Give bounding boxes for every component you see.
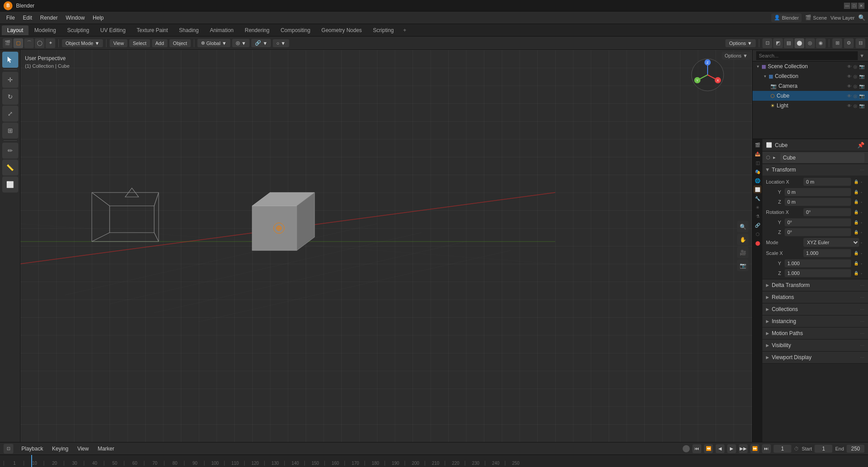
scale-tool[interactable]: ⤢ (2, 106, 18, 122)
playback-menu[interactable]: Playback (18, 444, 47, 453)
tab-compositing[interactable]: Compositing (275, 25, 316, 35)
view-layer-tab-icon[interactable]: ◫ (753, 159, 762, 167)
scene-icon-btn[interactable]: 🎬 (3, 38, 12, 48)
xray-toggle[interactable]: ▤ (784, 38, 794, 48)
close-button[interactable]: ✕ (858, 3, 864, 9)
tab-uv-editing[interactable]: UV Editing (95, 25, 131, 35)
location-z-value[interactable]: 0 m (785, 198, 851, 206)
proportional-edit[interactable]: ○ ▼ (273, 39, 289, 47)
scene-tab-icon[interactable]: 🎭 (753, 168, 762, 176)
scene-selector[interactable]: 🎬 Scene (805, 15, 827, 20)
object-mode-dropdown[interactable]: Object Mode ▼ (62, 39, 103, 47)
marker-menu[interactable]: Marker (94, 444, 118, 453)
instancing-header[interactable]: ▶ Instancing ⋯ (762, 315, 868, 327)
location-x-dot[interactable]: • (861, 180, 864, 184)
modifier-tab-icon[interactable]: 🔧 (753, 194, 762, 202)
rotation-y-dot[interactable]: • (861, 221, 864, 224)
menu-window[interactable]: Window (62, 13, 88, 22)
rotate-tool[interactable]: ↻ (2, 89, 18, 105)
tab-scripting[interactable]: Scripting (368, 25, 399, 35)
rotation-x-value[interactable]: 0° (803, 208, 851, 216)
search-button[interactable]: 🔍 (858, 14, 865, 21)
minimize-button[interactable]: — (844, 3, 850, 9)
light-render-icon[interactable]: 📷 (859, 103, 864, 108)
scale-y-dot[interactable]: • (861, 262, 864, 265)
rotation-x-dot[interactable]: • (861, 210, 864, 214)
viewport-3d[interactable]: User Perspective (1) Collection | Cube O… (20, 50, 752, 442)
record-indicator[interactable] (683, 445, 690, 452)
tab-layout[interactable]: Layout (2, 25, 29, 35)
tab-geometry-nodes[interactable]: Geometry Nodes (316, 25, 367, 35)
viewport-shading-solid[interactable]: ⬤ (794, 38, 804, 48)
rotation-y-value[interactable]: 0° (785, 218, 851, 226)
tab-texture-paint[interactable]: Texture Paint (131, 25, 173, 35)
world-tab-icon[interactable]: 🌐 (753, 176, 762, 184)
keying-menu[interactable]: Keying (49, 444, 72, 453)
rotation-z-dot[interactable]: • (861, 230, 864, 234)
gizmo-toggle[interactable]: ⊡ (762, 38, 772, 48)
view-menu[interactable]: View (110, 39, 127, 47)
tab-sculpting[interactable]: Sculpting (62, 25, 94, 35)
measure-tool[interactable]: 📏 (2, 160, 18, 176)
scene-render-icon[interactable]: 📷 (859, 64, 864, 69)
scale-x-dot[interactable]: • (861, 251, 864, 255)
scale-y-value[interactable]: 1.000 (785, 259, 851, 267)
cam-render-icon[interactable]: 📷 (859, 84, 864, 89)
tab-modeling[interactable]: Modeling (29, 25, 61, 35)
timeline-ruler[interactable]: 1 10 20 30 40 50 60 70 80 90 100 110 120… (0, 455, 868, 467)
view-menu-tl[interactable]: View (74, 444, 92, 453)
cam-select-icon[interactable]: ◎ (853, 84, 857, 89)
step-forward-btn[interactable]: ▶▶ (739, 444, 748, 453)
navigation-gizmo[interactable]: Z X Y (690, 57, 725, 93)
jump-start-btn[interactable]: ⏮ (692, 444, 701, 453)
scale-y-lock[interactable]: 🔒 (853, 260, 859, 266)
end-frame-display[interactable]: 250 (847, 445, 864, 453)
mode-dot[interactable]: • (861, 241, 864, 244)
menu-edit[interactable]: Edit (19, 13, 36, 22)
render-tab-icon[interactable]: 🎬 (753, 141, 762, 149)
viewport-shading-rendered[interactable]: ◉ (816, 38, 826, 48)
editor-type-icon[interactable]: ⊞ (832, 38, 842, 48)
tab-animation[interactable]: Animation (205, 25, 239, 35)
restore-button[interactable]: □ (851, 3, 857, 9)
move-tool[interactable]: ✛ (2, 72, 18, 88)
transform-orientation[interactable]: ⊕ Global ▼ (197, 39, 230, 47)
filter-icon[interactable]: ⊟ (856, 38, 865, 48)
select-box-icon[interactable]: ▢ (13, 38, 23, 48)
outliner-item-collection[interactable]: ▼ ▦ Collection 👁 ◎ 📷 (753, 71, 868, 81)
location-y-value[interactable]: 0 m (785, 188, 851, 196)
coll-eye-icon[interactable]: 👁 (847, 74, 852, 79)
select-tool[interactable] (2, 52, 18, 68)
menu-render[interactable]: Render (37, 13, 61, 22)
rotation-y-lock[interactable]: 🔒 (853, 219, 859, 225)
data-tab-icon[interactable]: ⬡ (753, 230, 762, 238)
visibility-header[interactable]: ▶ Visibility ⋯ (762, 340, 868, 351)
object-menu[interactable]: Object (169, 39, 191, 47)
outliner-item-camera[interactable]: 📷 Camera 👁 ◎ 📷 (753, 81, 868, 91)
scale-x-value[interactable]: 1.000 (803, 249, 851, 257)
relations-header[interactable]: ▶ Relations ⋯ (762, 291, 868, 303)
menu-file[interactable]: File (3, 13, 18, 22)
cube-eye-icon[interactable]: 👁 (847, 94, 852, 98)
scale-x-lock[interactable]: 🔒 (853, 250, 859, 256)
light-eye-icon[interactable]: 👁 (847, 103, 852, 108)
select-menu[interactable]: Select (129, 39, 150, 47)
snap-toggle[interactable]: 🔗 ▼ (251, 39, 271, 47)
output-tab-icon[interactable]: 📤 (753, 150, 762, 158)
cube-select-icon[interactable]: ◎ (853, 94, 857, 98)
prev-keyframe-btn[interactable]: ⏪ (704, 444, 713, 453)
scene-select-icon[interactable]: ◎ (853, 64, 857, 69)
play-btn[interactable]: ▶ (727, 444, 736, 453)
location-y-lock[interactable]: 🔒 (853, 189, 859, 195)
object-data-name[interactable]: Cube (780, 153, 864, 163)
timeline-type-icon[interactable]: ⊡ (4, 444, 13, 454)
view-layer-selector[interactable]: View Layer (831, 15, 855, 20)
viewport-render-options[interactable]: Options ▼ (722, 52, 750, 60)
rotation-z-value[interactable]: 0° (785, 228, 851, 236)
coll-select-icon[interactable]: ◎ (853, 74, 857, 79)
viewport-display-header[interactable]: ▶ Viewport Display ⋯ (762, 352, 868, 363)
tweak-select-icon[interactable]: ✦ (45, 38, 55, 48)
cube-render-icon[interactable]: 📷 (859, 94, 864, 98)
scale-z-dot[interactable]: • (861, 271, 864, 275)
particles-tab-icon[interactable]: ✳ (753, 203, 762, 211)
